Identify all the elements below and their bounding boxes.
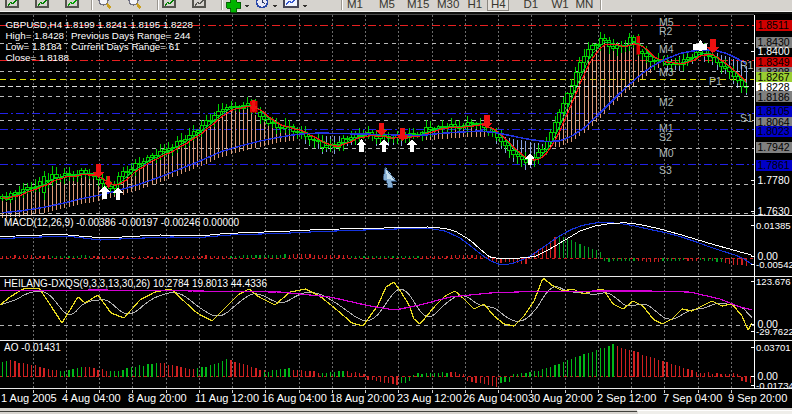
svg-text:30 Aug 20:00: 30 Aug 20:00	[528, 392, 593, 404]
svg-text:M3: M3	[659, 66, 674, 78]
svg-text:M30: M30	[437, 0, 459, 10]
svg-text:23 Aug 12:00: 23 Aug 12:00	[397, 392, 462, 404]
svg-text:16 Aug 04:00: 16 Aug 04:00	[262, 392, 327, 404]
svg-text:Previous Days Range= 244: Previous Days Range= 244	[71, 30, 191, 41]
svg-text:MN: MN	[576, 0, 594, 10]
svg-text:H1: H1	[468, 0, 483, 10]
svg-text:Close= 1.8188: Close= 1.8188	[6, 52, 70, 63]
svg-text:8 Aug 20:00: 8 Aug 20:00	[128, 392, 187, 404]
svg-text:D1: D1	[524, 0, 539, 10]
svg-text:0.03701: 0.03701	[756, 342, 791, 353]
svg-text:S2: S2	[659, 131, 672, 143]
svg-text:Current Days Range= 61: Current Days Range= 61	[71, 41, 180, 52]
svg-text:M0: M0	[659, 147, 674, 159]
svg-text:R2: R2	[659, 25, 673, 37]
svg-text:S3: S3	[659, 164, 672, 176]
svg-text:4 Aug 04:00: 4 Aug 04:00	[62, 392, 121, 404]
svg-text:1.7861: 1.7861	[758, 159, 790, 171]
svg-text:1.8023: 1.8023	[758, 125, 790, 137]
svg-text:M2: M2	[659, 96, 674, 108]
svg-text:7 Sep 04:00: 7 Sep 04:00	[663, 392, 722, 404]
svg-text:1.8186: 1.8186	[758, 91, 790, 103]
svg-text:0.01385: 0.01385	[756, 220, 791, 231]
svg-text:M15: M15	[407, 0, 429, 10]
svg-text:M1: M1	[347, 0, 363, 10]
svg-text:M4: M4	[659, 43, 674, 55]
svg-text:-0.00542: -0.00542	[756, 259, 792, 270]
svg-text:W1: W1	[552, 0, 569, 10]
svg-text:11 Aug 12:00: 11 Aug 12:00	[195, 392, 259, 404]
svg-text:123.676: 123.676	[756, 276, 791, 287]
svg-text:High= 1.8428: High= 1.8428	[6, 30, 65, 41]
svg-text:P1: P1	[709, 75, 722, 87]
svg-text:HEILANG-DXQS(9,3,3,13,30,26) 1: HEILANG-DXQS(9,3,3,13,30,26) 10.2784 19.…	[4, 278, 267, 289]
svg-text:M5: M5	[379, 0, 395, 10]
svg-text:2 Sep 12:00: 2 Sep 12:00	[597, 392, 656, 404]
svg-text:18 Aug 20:00: 18 Aug 20:00	[330, 392, 395, 404]
svg-text:Low= 1.8184: Low= 1.8184	[6, 41, 63, 52]
svg-text:26 Aug 04:00: 26 Aug 04:00	[463, 392, 528, 404]
svg-text:-29.7622: -29.7622	[756, 326, 792, 337]
svg-text:1.8511: 1.8511	[758, 19, 789, 31]
svg-text:1.7942: 1.7942	[758, 141, 790, 153]
svg-text:1 Aug 2005: 1 Aug 2005	[1, 392, 57, 404]
svg-text:S1: S1	[740, 112, 753, 124]
svg-text:GBPUSD,H4 1.8199 1.8241 1.819: GBPUSD,H4 1.8199 1.8241 1.8195 1.8228	[6, 19, 194, 30]
svg-text:9 Sep 20:00: 9 Sep 20:00	[728, 392, 787, 404]
svg-text:1.7630: 1.7630	[758, 205, 790, 217]
svg-text:R1: R1	[740, 59, 754, 71]
svg-text:1.7780: 1.7780	[758, 174, 790, 186]
svg-text:MACD(12,26,9) -0.00386 -0.0019: MACD(12,26,9) -0.00386 -0.00197 -0.00246…	[4, 217, 240, 228]
svg-text:H4: H4	[491, 0, 506, 10]
svg-text:AO -0.01431: AO -0.01431	[4, 342, 61, 353]
